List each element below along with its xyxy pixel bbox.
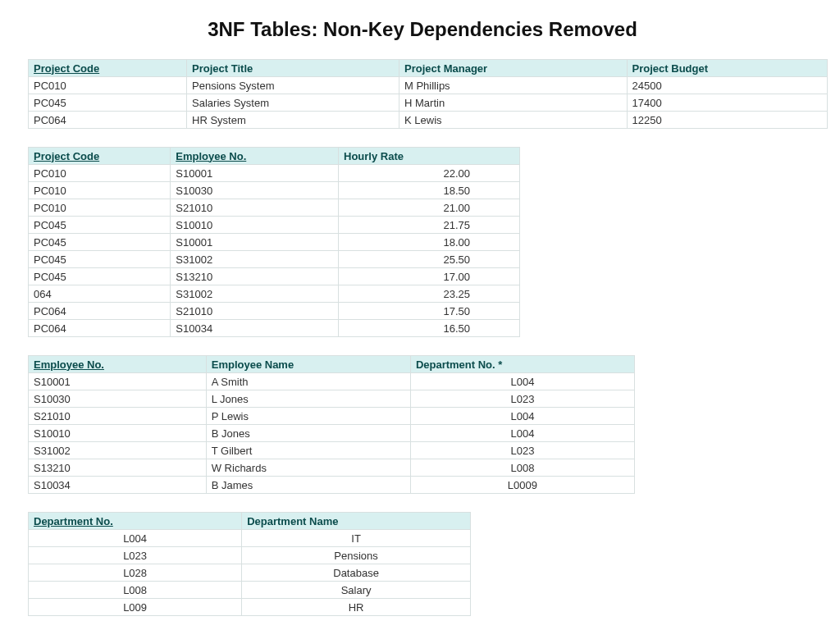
table-row: PC064S1003416.50 [29,320,520,337]
document-page: 3NF Tables: Non-Key Dependencies Removed… [0,0,840,630]
projects-header-code: Project Code [29,60,187,77]
cell: L004 [29,530,242,547]
cell: 064 [29,285,171,303]
cell: L004 [410,408,634,425]
table-row: S10001A SmithL004 [29,373,635,390]
table-row: S31002T GilbertL023 [29,442,635,459]
table-row: PC045S1001021.75 [29,217,520,234]
table-row: S13210W RichardsL008 [29,459,635,477]
cell: PC010 [29,165,171,182]
table-row: PC045S3100225.50 [29,251,520,268]
cell: P Lewis [206,408,410,425]
cell: PC045 [29,251,171,268]
cell: S31002 [171,285,339,303]
cell: S10001 [171,165,339,182]
cell: PC064 [29,112,187,129]
employees-header-dept: Department No. * [410,356,634,373]
cell: L004 [410,425,634,442]
cell: T Gilbert [206,442,410,459]
cell: PC064 [29,320,171,337]
cell: HR System [187,112,399,129]
cell: PC045 [29,234,171,251]
projects-header-budget: Project Budget [627,60,827,77]
table-row: PC045S1000118.00 [29,234,520,251]
cell: PC045 [29,268,171,285]
departments-header-no: Department No. [29,513,242,530]
cell: L Jones [206,390,410,408]
projects-table: Project Code Project Title Project Manag… [28,59,828,129]
cell: 17.00 [339,268,520,285]
assignments-table: Project Code Employee No. Hourly Rate PC… [28,147,520,337]
table-row: PC045 Salaries System H Martin 17400 [29,94,828,112]
cell: 21.75 [339,217,520,234]
cell: IT [242,530,471,547]
cell: PC010 [29,77,187,94]
cell: 23.25 [339,285,520,303]
cell: 17.50 [339,303,520,320]
cell: 25.50 [339,251,520,268]
table-row: S10010B JonesL004 [29,425,635,442]
cell: B Jones [206,425,410,442]
table-row: L028Database [29,564,471,582]
table-row: PC010S1003018.50 [29,182,520,199]
cell: A Smith [206,373,410,390]
cell: L008 [410,459,634,477]
table-row: S21010P LewisL004 [29,408,635,425]
departments-header-name: Department Name [242,513,471,530]
cell: S31002 [29,442,207,459]
table-row: L023Pensions [29,547,471,564]
table-row: PC045S1321017.00 [29,268,520,285]
cell: K Lewis [399,112,628,129]
cell: H Martin [399,94,628,112]
cell: L023 [29,547,242,564]
cell: S13210 [29,459,207,477]
cell: W Richards [206,459,410,477]
table-row: PC010S1000122.00 [29,165,520,182]
cell: S21010 [171,303,339,320]
cell: L023 [410,442,634,459]
cell: S21010 [171,199,339,217]
cell: M Phillips [399,77,628,94]
assignments-header-rate: Hourly Rate [339,148,520,165]
table-row: 064S3100223.25 [29,285,520,303]
table-row: S10030L JonesL023 [29,390,635,408]
cell: L004 [410,373,634,390]
cell: L008 [29,582,242,599]
assignments-header-code: Project Code [29,148,171,165]
cell: 16.50 [339,320,520,337]
cell: PC045 [29,94,187,112]
projects-header-manager: Project Manager [399,60,628,77]
cell: S13210 [171,268,339,285]
cell: S10010 [171,217,339,234]
employees-header-name: Employee Name [206,356,410,373]
cell: Pensions System [187,77,399,94]
employees-header-no: Employee No. [29,356,207,373]
cell: L028 [29,564,242,582]
departments-table: Department No. Department Name L004IT L0… [28,512,471,616]
cell: S21010 [29,408,207,425]
table-row: L004IT [29,530,471,547]
cell: S10010 [29,425,207,442]
cell: S10001 [171,234,339,251]
employees-table: Employee No. Employee Name Department No… [28,355,635,494]
table-row: PC064S2101017.50 [29,303,520,320]
cell: 17400 [627,94,827,112]
table-row: PC010S2101021.00 [29,199,520,217]
cell: PC064 [29,303,171,320]
cell: 22.00 [339,165,520,182]
cell: L0009 [410,477,634,494]
cell: S10001 [29,373,207,390]
cell: PC010 [29,182,171,199]
cell: Salary [242,582,471,599]
table-row: L009HR [29,599,471,616]
table-row: PC010 Pensions System M Phillips 24500 [29,77,828,94]
assignments-header-emp: Employee No. [171,148,339,165]
cell: L009 [29,599,242,616]
cell: 18.00 [339,234,520,251]
cell: S10030 [171,182,339,199]
cell: HR [242,599,471,616]
cell: PC045 [29,217,171,234]
table-row: L008Salary [29,582,471,599]
cell: S10034 [29,477,207,494]
page-title: 3NF Tables: Non-Key Dependencies Removed [28,18,817,41]
